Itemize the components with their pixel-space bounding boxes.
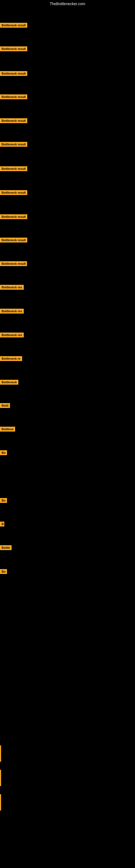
badge-14[interactable]: Bottleneck res xyxy=(0,333,24,337)
badge-10[interactable]: Bottleneck result xyxy=(0,238,27,243)
badge-13[interactable]: Bottleneck res xyxy=(0,309,24,314)
badge-12[interactable]: Bottleneck res xyxy=(0,285,24,290)
badge-17[interactable]: Bottl xyxy=(0,403,10,408)
badge-18[interactable]: Bottlene xyxy=(0,427,15,432)
badge-23[interactable]: Bo xyxy=(0,569,7,574)
badge-15[interactable]: Bottleneck re xyxy=(0,356,22,361)
badge-4[interactable]: Bottleneck result xyxy=(0,94,27,99)
badge-3[interactable]: Bottleneck result xyxy=(0,71,27,76)
badge-22[interactable]: Bottle xyxy=(0,545,12,550)
site-title: TheBottlenecker.com xyxy=(0,0,135,8)
badge-7[interactable]: Bottleneck result xyxy=(0,166,27,171)
bar-3 xyxy=(0,794,1,810)
bar-1 xyxy=(0,745,1,762)
badge-5[interactable]: Bottleneck result xyxy=(0,118,27,123)
badge-9[interactable]: Bottleneck result xyxy=(0,214,27,219)
badge-20[interactable]: Bo xyxy=(0,498,7,503)
badge-11[interactable]: Bottleneck result xyxy=(0,261,27,266)
badge-21[interactable]: B xyxy=(0,522,4,527)
badge-2[interactable]: Bottleneck result xyxy=(0,46,27,51)
badge-19[interactable]: Bo xyxy=(0,450,7,455)
badge-6[interactable]: Bottleneck result xyxy=(0,142,27,147)
badge-1[interactable]: Bottleneck result xyxy=(0,23,27,28)
bar-2 xyxy=(0,770,1,786)
badge-16[interactable]: Bottleneck xyxy=(0,380,18,384)
badge-8[interactable]: Bottleneck result xyxy=(0,190,27,195)
